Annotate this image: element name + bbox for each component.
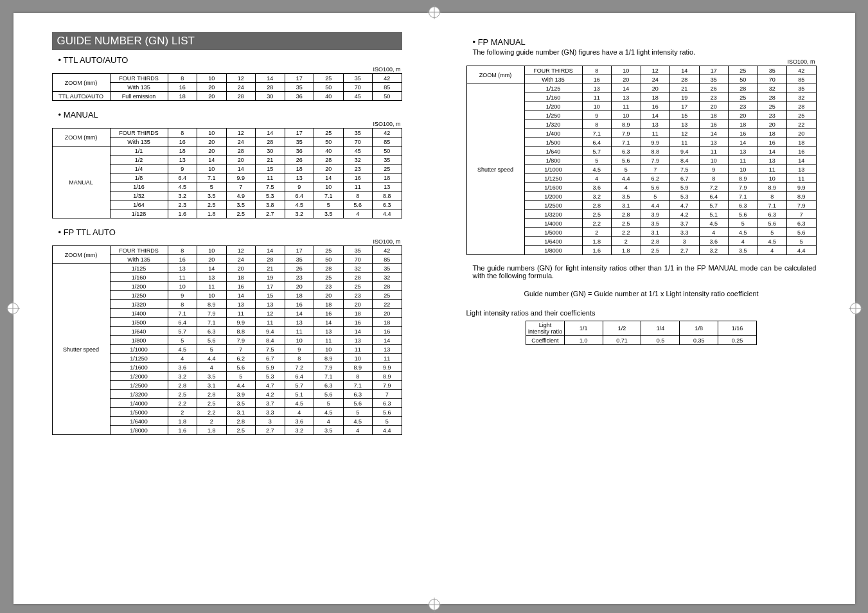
table-cell: 30 xyxy=(256,147,285,155)
table-cell: 14 xyxy=(256,129,285,138)
table-cell: 8 xyxy=(343,191,373,200)
table-cell: 18 xyxy=(787,138,817,147)
row-key: 1/6400 xyxy=(524,237,582,246)
table-cell: 14 xyxy=(343,327,373,336)
table-cell: 9 xyxy=(285,345,314,354)
table-cell: 13 xyxy=(670,120,700,129)
table-cell: 3.9 xyxy=(641,210,670,219)
table-cell: 7.1 xyxy=(197,318,227,327)
table-cell: 7.1 xyxy=(314,372,344,381)
table-cell: 7 xyxy=(787,210,817,219)
table-cell: 7.1 xyxy=(197,173,227,182)
table-cell: 4.7 xyxy=(670,201,700,210)
with-135-label: With 135 xyxy=(110,138,168,147)
ttl-auto-auto-label: TTL AUTO/AUTO xyxy=(52,92,110,101)
row-key: 1/6400 xyxy=(110,417,168,426)
page-left: GUIDE NUMBER (GN) LIST • TTL AUTO/AUTO I… xyxy=(13,13,434,604)
row-key: 1/128 xyxy=(110,209,168,218)
table-cell: 8 xyxy=(582,120,612,129)
table-cell: 25 xyxy=(787,111,817,120)
four-thirds-label: FOUR THIRDS xyxy=(524,66,582,75)
table-cell: 2 xyxy=(582,228,612,237)
iso-label: ISO100, m xyxy=(52,121,402,127)
table-cell: 9.9 xyxy=(787,183,817,192)
table-cell: 7.5 xyxy=(256,182,285,191)
table-cell: 6.4 xyxy=(582,138,612,147)
table-cell: 4.9 xyxy=(226,191,256,200)
table-cell: 2.5 xyxy=(168,390,197,399)
zoom-label: ZOOM (mm) xyxy=(466,66,524,84)
table-cell: 8 xyxy=(699,174,729,183)
table-cell: 2.5 xyxy=(226,209,256,218)
table-cell: 23 xyxy=(285,273,314,282)
table-cell: 50 xyxy=(314,83,344,92)
table-cell: 18 xyxy=(641,93,670,102)
table-cell: 4 xyxy=(343,426,373,435)
four-thirds-label: FOUR THIRDS xyxy=(110,129,168,138)
table-cell: 6.3 xyxy=(343,390,373,399)
table-cell: 6.4 xyxy=(699,192,729,201)
row-key: 1/160 xyxy=(110,273,168,282)
table-cell: 13 xyxy=(285,173,314,182)
table-cell: 24 xyxy=(641,75,670,84)
table-cell: 7.9 xyxy=(226,336,256,345)
table-cell: 3.2 xyxy=(699,246,729,255)
table-cell: 13 xyxy=(373,345,402,354)
table-cell: 35 xyxy=(699,75,729,84)
table-cell: 13 xyxy=(787,165,817,174)
table-cell: 24 xyxy=(226,83,256,92)
table-cell: 8.8 xyxy=(226,327,256,336)
table-cell: 3.8 xyxy=(256,200,285,209)
table-cell: 17 xyxy=(670,102,700,111)
table-cell: 3.3 xyxy=(670,228,700,237)
table-cell: 32 xyxy=(343,155,373,164)
table-cell: 26 xyxy=(285,264,314,273)
table-cell: 5.6 xyxy=(612,156,641,165)
row-key: 1/1250 xyxy=(110,354,168,363)
row-key: 1/2 xyxy=(110,155,168,164)
table-cell: 20 xyxy=(787,129,817,138)
table-cell: 11 xyxy=(757,165,787,174)
table-cell: 5.6 xyxy=(757,219,787,228)
table-cell: 5.6 xyxy=(343,399,373,408)
table-cell: 2.5 xyxy=(226,426,256,435)
table-cell: 18 xyxy=(226,273,256,282)
table-cell: 3.5 xyxy=(729,246,758,255)
table-cell: 7.1 xyxy=(757,201,787,210)
table-cell: 1.8 xyxy=(582,237,612,246)
iso-label: ISO100, m xyxy=(52,238,402,245)
table-cell: 13 xyxy=(373,182,402,191)
table-cell: 16 xyxy=(168,83,197,92)
table-cell: 7.2 xyxy=(285,363,314,372)
table-cell: 17 xyxy=(256,282,285,291)
table-cell: 7.9 xyxy=(641,156,670,165)
table-cell: 18 xyxy=(373,318,402,327)
table-cell: 4 xyxy=(285,408,314,417)
table-cell: 5 xyxy=(641,192,670,201)
table-cell: 28 xyxy=(373,282,402,291)
table-cell: 4.5 xyxy=(168,182,197,191)
table-cell: 42 xyxy=(373,74,402,83)
table-cell: 4.2 xyxy=(670,210,700,219)
manual-table-block: ISO100, m ZOOM (mm)FOUR THIRDS8101214172… xyxy=(52,121,402,218)
row-key: 1/250 xyxy=(524,111,582,120)
table-cell: 28 xyxy=(226,147,256,155)
table-cell: 6.3 xyxy=(787,219,817,228)
table-cell: 4 xyxy=(582,174,612,183)
table-cell: 35 xyxy=(757,66,787,75)
table-cell: 11 xyxy=(314,336,344,345)
table-cell: 70 xyxy=(343,83,373,92)
table-cell: 14 xyxy=(612,84,641,93)
table-cell: 7 xyxy=(226,182,256,191)
table-cell: 16 xyxy=(757,138,787,147)
coef-cell: 1.0 xyxy=(564,336,603,345)
table-cell: 10 xyxy=(197,246,227,255)
table-cell: 4.7 xyxy=(256,381,285,390)
row-key: 1/8000 xyxy=(524,246,582,255)
table-cell: 6.3 xyxy=(197,327,227,336)
row-key: 1/125 xyxy=(524,84,582,93)
table-cell: 18 xyxy=(699,111,729,120)
table-cell: 2.5 xyxy=(197,399,227,408)
fp-manual-table-block: ISO100, m ZOOM (mm)FOUR THIRDS8101214172… xyxy=(466,58,817,255)
table-cell: 28 xyxy=(256,83,285,92)
